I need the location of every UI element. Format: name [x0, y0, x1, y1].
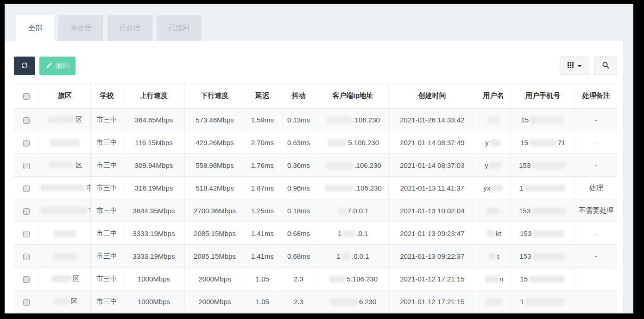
cell-down: 558.98Mbps — [184, 154, 245, 177]
cell-phone: 153 — [511, 245, 575, 268]
cell-created: 2021-01-13 10:02:04 — [388, 199, 476, 222]
tab-rejected[interactable]: 已驳回 — [157, 15, 202, 41]
table-row: 市市三中316.19Mbps518.42Mbps1.87ms0.96ms.106… — [14, 177, 617, 199]
redacted-text — [51, 140, 79, 146]
cell-school: 市三中 — [90, 268, 123, 290]
cell-ip: .106.230 — [317, 154, 389, 177]
cell-user: yx — [476, 177, 511, 199]
row-checkbox[interactable] — [23, 117, 30, 124]
cell-school: 市三中 — [90, 199, 123, 222]
tab-unprocessed[interactable]: 未处理 — [58, 15, 103, 41]
row-checkbox[interactable] — [23, 299, 30, 306]
cell-delay: 1.59ms — [245, 108, 280, 131]
cell-phone: 1 — [511, 177, 575, 199]
redacted-text — [329, 276, 345, 282]
redacted-text — [485, 276, 498, 282]
select-all-header — [14, 83, 39, 108]
cell-up: 116.15Mbps — [123, 131, 185, 154]
edit-button[interactable]: 编辑 — [39, 57, 76, 75]
redacted-text — [529, 276, 564, 282]
tab-all[interactable]: 全部 — [16, 15, 54, 41]
cell-district: 区 — [39, 154, 91, 177]
row-checkbox[interactable] — [23, 276, 30, 283]
redacted-text — [53, 253, 76, 260]
cell-created: 2021-01-12 17:21:15 — [388, 268, 476, 290]
cell-user — [476, 108, 511, 131]
redacted-text — [525, 299, 564, 305]
cell-ip: .106.230 — [317, 177, 389, 199]
cell-note: - — [575, 108, 617, 131]
row-checkbox[interactable] — [23, 254, 30, 260]
cell-phone: 1571 — [511, 131, 575, 154]
status-tabs: 全部 未处理 已处理 已驳回 — [5, 4, 633, 41]
cell-phone: 153 — [511, 154, 575, 177]
redacted-text — [49, 116, 74, 123]
records-table-wrap: 旗区学校上行速度下行速度延迟抖动客户端ip地址创建时间用户名用户手机号处理备注 … — [14, 83, 617, 313]
cell-jitter: 0.63ms — [280, 131, 317, 154]
cell-check — [14, 199, 39, 222]
table-row: 市市三中3644.95Mbps2700.36Mbps1.25ms0.18ms7.… — [14, 199, 617, 222]
cell-ip: 1.0.1 — [317, 222, 389, 245]
cell-check — [14, 245, 39, 268]
cell-ip: .106.230 — [317, 108, 389, 131]
cell-down: 2000Mbps — [184, 290, 245, 313]
cell-down: 573.46Mbps — [184, 108, 245, 131]
col-header-up: 上行速度 — [123, 83, 185, 108]
row-checkbox[interactable] — [23, 185, 30, 192]
redacted-text — [326, 162, 353, 169]
cell-delay: 1.05 — [245, 268, 280, 290]
table-row: 区市三中364.65Mbps573.46Mbps1.59ms0.13ms.106… — [14, 108, 617, 131]
cell-phone: 1 — [511, 290, 575, 313]
row-checkbox[interactable] — [23, 208, 30, 215]
content-card: 编辑 — [5, 41, 623, 313]
cell-note: - — [575, 131, 617, 154]
cell-down: 2000Mbps — [184, 268, 245, 290]
redacted-text — [487, 117, 499, 123]
cell-jitter: 0.18ms — [280, 199, 317, 222]
cell-up: 3333.19Mbps — [123, 245, 185, 268]
chevron-down-icon — [577, 65, 582, 67]
redacted-text — [41, 185, 85, 191]
cell-ip: 5.106.230 — [317, 268, 389, 290]
cell-delay: 1.87ms — [245, 177, 280, 199]
cell-down: 429.26Mbps — [184, 131, 245, 154]
cell-phone: 15 — [511, 108, 575, 131]
redacted-text — [41, 207, 87, 214]
columns-grid-icon — [567, 62, 574, 70]
redacted-text — [492, 185, 502, 191]
tab-processed[interactable]: 已处理 — [107, 15, 152, 41]
cell-school: 市三中 — [90, 245, 123, 268]
cell-created: 2021-01-26 14:33:42 — [388, 108, 476, 131]
cell-delay: 1.76ms — [245, 154, 280, 177]
cell-ip: 1.0.0.1 — [317, 245, 389, 268]
search-button[interactable] — [594, 57, 617, 75]
cell-school: 市三中 — [90, 177, 123, 199]
cell-jitter: 0.36ms — [280, 154, 317, 177]
cell-jitter: 0.13ms — [280, 108, 317, 131]
cell-up: 364.65Mbps — [123, 108, 185, 131]
col-header-jitter: 抖动 — [280, 83, 317, 108]
redacted-text — [530, 117, 563, 123]
row-checkbox[interactable] — [23, 140, 30, 147]
cell-school: 市三中 — [90, 131, 123, 154]
col-header-created: 创建时间 — [388, 83, 476, 108]
row-checkbox[interactable] — [23, 163, 30, 169]
cell-note: 不需要处理 — [575, 199, 617, 222]
cell-created: 2021-01-14 08:37:49 — [388, 131, 476, 154]
cell-check — [14, 131, 39, 154]
toolbar: 编辑 — [5, 41, 623, 75]
redacted-text — [339, 208, 346, 214]
cell-delay: 1.25ms — [245, 199, 280, 222]
select-all-checkbox[interactable] — [23, 93, 30, 100]
table-row: 区市三中1000Mbps2000Mbps1.052.35.106.2302021… — [14, 268, 617, 290]
cell-up: 316.19Mbps — [123, 177, 185, 199]
redacted-text — [530, 140, 556, 146]
col-header-school: 学校 — [90, 83, 123, 108]
records-table: 旗区学校上行速度下行速度延迟抖动客户端ip地址创建时间用户名用户手机号处理备注 … — [14, 83, 617, 313]
refresh-button[interactable] — [14, 57, 35, 75]
cell-note: 处理 — [575, 177, 617, 199]
columns-toggle-button[interactable] — [560, 57, 589, 75]
col-header-down: 下行速度 — [184, 83, 245, 108]
cell-district — [39, 222, 91, 245]
row-checkbox[interactable] — [23, 231, 30, 237]
